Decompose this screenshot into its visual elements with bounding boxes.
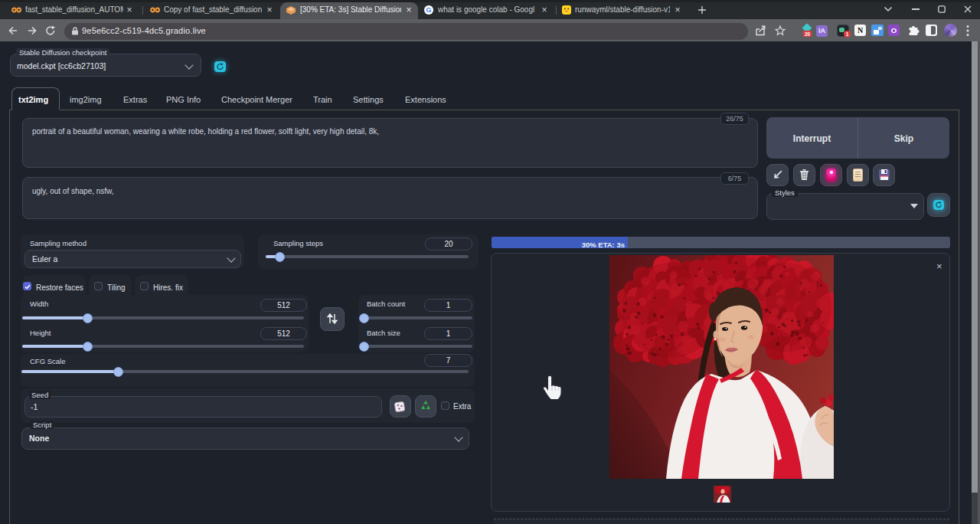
- svg-text:G: G: [426, 5, 431, 14]
- svg-text:20: 20: [805, 31, 811, 37]
